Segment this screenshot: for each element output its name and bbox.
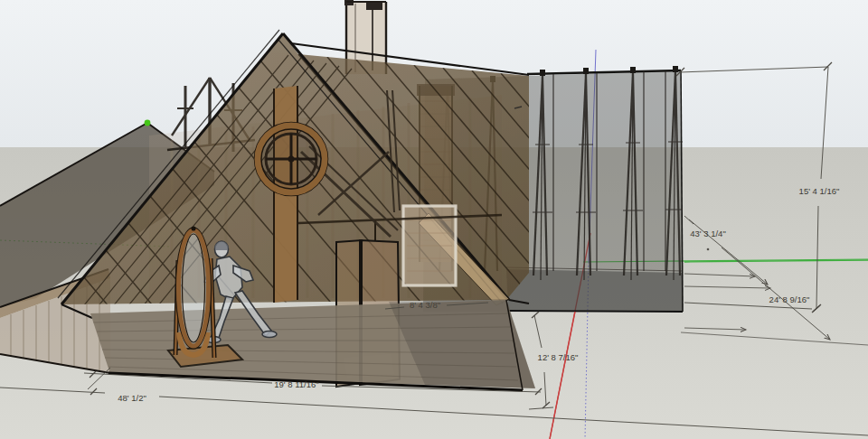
dim-label-wall-height[interactable]: 12' 8 7/16" (538, 352, 579, 362)
stray-dot (707, 248, 710, 251)
annex-floor-shadow (506, 269, 683, 312)
mirror-glass (179, 230, 209, 346)
dim-label-floor-width[interactable]: 19' 8 11/16" (274, 379, 318, 389)
dim-label-overall-width[interactable]: 48' 1/2" (118, 393, 146, 403)
dim-label-ridge-height[interactable]: 15' 4 1/16" (799, 186, 840, 196)
dim-label-depth-right[interactable]: 24' 8 9/16" (769, 294, 810, 304)
endpoint-marker[interactable] (145, 120, 151, 126)
dim-label-interior-width[interactable]: 8' 4 3/8" (410, 300, 440, 310)
model-viewport[interactable]: 48' 1/2" 19' 8 11/16" 8' 4 3/8" 12' 8 7/… (0, 0, 868, 439)
shoe (262, 332, 277, 338)
round-window[interactable] (255, 123, 328, 196)
dim-label-diagonal-span[interactable]: 43' 3 1/4" (690, 229, 726, 238)
